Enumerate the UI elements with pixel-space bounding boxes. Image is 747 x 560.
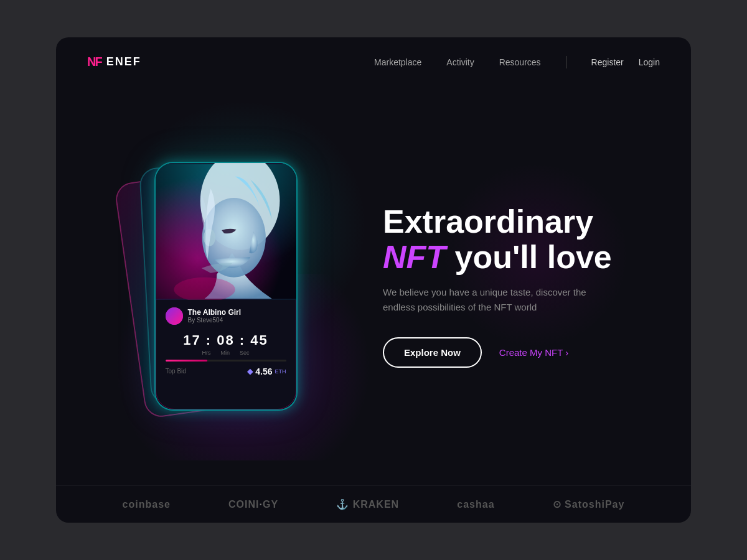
eth-diamond-icon: ◆: [247, 367, 253, 376]
timer-display: 17 : 08 : 45: [166, 332, 286, 348]
timer-progress: [166, 360, 286, 362]
cta-buttons: Explore Now Create My NFT ›: [383, 337, 654, 368]
logo: NF ENEF: [87, 55, 141, 69]
timer-seconds: 45: [250, 332, 268, 348]
nav-resources[interactable]: Resources: [499, 57, 541, 67]
timer-progress-bar: [166, 360, 208, 362]
nft-artwork: [156, 163, 296, 300]
create-nft-button[interactable]: Create My NFT ›: [499, 347, 568, 358]
nav-marketplace[interactable]: Marketplace: [374, 57, 421, 67]
bid-currency: ETH: [275, 368, 286, 375]
register-button[interactable]: Register: [591, 57, 624, 67]
logo-icon: NF: [87, 55, 101, 69]
partner-kraken: ⚓ KRAKEN: [336, 498, 399, 510]
nft-title: The Albino Girl: [188, 308, 242, 317]
partner-coinigy: COINI·GY: [228, 499, 278, 510]
bid-section: Top Bid ◆ 4.56 ETH: [166, 366, 286, 376]
timer-label-sec: Sec: [240, 350, 250, 356]
timer-labels: Hrs Min Sec: [166, 350, 286, 356]
timer-sep2: :: [240, 332, 250, 348]
navbar: NF ENEF Marketplace Activity Resources R…: [56, 37, 691, 86]
partner-coinbase: coinbase: [123, 499, 171, 510]
bid-amount: ◆ 4.56 ETH: [247, 366, 286, 376]
logo-text: ENEF: [106, 55, 141, 68]
timer-label-hrs: Hrs: [202, 350, 210, 356]
timer-hours: 17: [183, 332, 200, 348]
main-content: The Albino Girl By Steve504 17 : 08 : 45: [56, 86, 691, 485]
creator-avatar: [166, 307, 183, 325]
nft-by: By Steve504: [188, 317, 242, 324]
hero-title-line1: Extraordinary: [383, 203, 593, 240]
creator-avatar-inner: [166, 307, 183, 325]
nft-title-block: The Albino Girl By Steve504: [188, 308, 242, 324]
nft-creator-row: The Albino Girl By Steve504: [166, 307, 286, 325]
timer-sep1: :: [206, 332, 217, 348]
hero-title: Extraordinary NFT you'll love: [383, 204, 654, 275]
nav-auth: Register Login: [591, 57, 660, 67]
bid-label: Top Bid: [166, 368, 186, 375]
hero-subtitle: We believe you have a unique taste, disc…: [383, 285, 594, 315]
phone-main: The Albino Girl By Steve504 17 : 08 : 45: [154, 162, 298, 411]
partner-satoshipay: ⊙ SatoshiPay: [553, 498, 625, 510]
hero-title-line2: you'll love: [455, 239, 612, 275]
left-section: The Albino Girl By Steve504 17 : 08 : 45: [56, 86, 358, 485]
nav-links: Marketplace Activity Resources Register …: [374, 56, 660, 68]
partners-bar: coinbase COINI·GY ⚓ KRAKEN cashaa ⊙ Sato…: [56, 485, 691, 523]
phone-info: The Albino Girl By Steve504 17 : 08 : 45: [156, 300, 296, 409]
partner-cashaa: cashaa: [457, 499, 494, 510]
bid-value: 4.56: [255, 366, 272, 376]
login-button[interactable]: Login: [639, 57, 660, 67]
explore-button[interactable]: Explore Now: [383, 337, 482, 368]
nav-activity[interactable]: Activity: [446, 57, 474, 67]
phone-stack: The Albino Girl By Steve504 17 : 08 : 45: [142, 156, 304, 417]
timer-minutes: 08: [217, 332, 234, 348]
nav-divider: [566, 56, 566, 68]
timer-section: 17 : 08 : 45 Hrs Min Sec: [166, 332, 286, 362]
timer-label-min: Min: [220, 350, 230, 356]
hero-nft-word: NFT: [383, 239, 446, 275]
right-section: Extraordinary NFT you'll love We believe…: [358, 86, 691, 485]
